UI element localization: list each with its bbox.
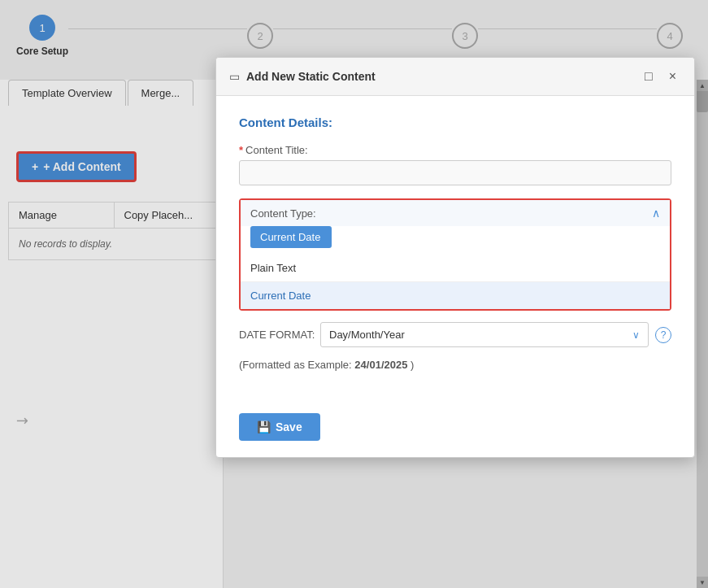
content-type-area: Content Type: ∧ Current Date Plain Text …: [239, 198, 671, 311]
required-star: *: [239, 144, 243, 156]
format-example: (Formatted as Example: 24/01/2025 ): [239, 359, 671, 371]
chevron-down-icon: ∨: [632, 329, 640, 341]
date-format-select[interactable]: Day/Month/Year ∨: [320, 322, 649, 347]
content-title-label: * Content Title:: [239, 144, 671, 156]
close-button[interactable]: ×: [664, 68, 681, 85]
date-format-row: DATE FORMAT: Day/Month/Year ∨ ?: [239, 322, 671, 347]
date-format-label: DATE FORMAT:: [239, 329, 320, 341]
content-title-row: * Content Title:: [239, 144, 671, 185]
help-icon[interactable]: ?: [655, 327, 671, 343]
modal-body: Content Details: * Content Title: Conten…: [216, 96, 694, 403]
dropdown-option-plain-text[interactable]: Plain Text: [241, 255, 670, 281]
dropdown-options: Plain Text Current Date: [241, 255, 670, 309]
save-icon: 💾: [257, 420, 271, 433]
modal-add-static-content: ▭ Add New Static Content □ × Content Det…: [215, 57, 695, 458]
section-title: Content Details:: [239, 115, 671, 129]
modal-title: Add New Static Content: [246, 70, 376, 83]
modal-header-buttons: □ ×: [640, 68, 681, 85]
modal-header: ▭ Add New Static Content □ ×: [216, 58, 694, 96]
content-type-label: Content Type:: [250, 207, 316, 220]
content-type-selected: Current Date: [250, 226, 332, 248]
chevron-up-icon: ∧: [652, 207, 660, 220]
save-button[interactable]: 💾 Save: [239, 413, 320, 441]
format-example-value: 24/01/2025: [354, 359, 407, 371]
content-title-input[interactable]: [239, 160, 671, 185]
content-type-header[interactable]: Content Type: ∧: [241, 200, 670, 226]
dropdown-option-current-date[interactable]: Current Date: [241, 281, 670, 309]
modal-header-icon: ▭: [229, 70, 240, 83]
maximize-button[interactable]: □: [640, 68, 658, 85]
modal-footer: 💾 Save: [216, 403, 694, 457]
modal-title-area: ▭ Add New Static Content: [229, 70, 376, 83]
